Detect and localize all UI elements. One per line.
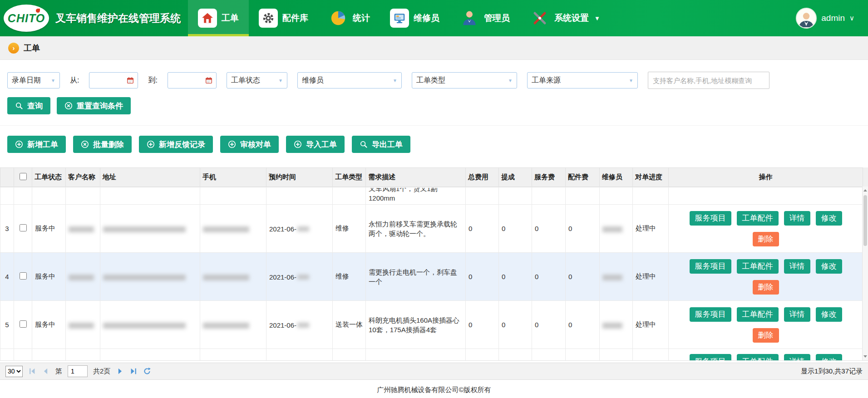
cell-description: 永恒力前移叉车需更换承载轮两个，驱动轮一个。: [369, 219, 463, 238]
cell-parts-fee: 0: [566, 301, 600, 349]
service-items-button[interactable]: 服务项目: [690, 307, 731, 322]
add-order-button[interactable]: 新增工单: [7, 136, 66, 153]
chito-logo: CHITO: [4, 5, 49, 32]
col-header-address: 地址: [100, 168, 200, 187]
refresh-button[interactable]: [143, 367, 151, 375]
row-index: 5: [0, 301, 14, 349]
service-items-button[interactable]: 服务项目: [690, 259, 731, 274]
page: CHITO 叉车销售维护在线管理系统 工单 配件库 统计 维修员 管理员: [0, 0, 868, 398]
order-type-select[interactable]: 工单类型 ▼: [412, 72, 517, 88]
nav-item-settings[interactable]: 系统设置 ▼: [520, 0, 610, 36]
import-orders-button[interactable]: 导入工单: [286, 136, 345, 153]
cell-total-fee: 0: [466, 205, 499, 253]
order-parts-button[interactable]: 工单配件: [737, 259, 779, 274]
row-checkbox[interactable]: [20, 272, 27, 280]
cell-service-fee: 0: [532, 301, 566, 349]
audit-order-button[interactable]: 审核对单: [220, 136, 279, 153]
pagination-bar: 30 第 共2页 显示1到30,共37记录: [0, 363, 868, 380]
col-header-appointment: 预约时间: [266, 168, 333, 187]
select-value: 工单状态: [231, 76, 260, 85]
table-body-viewport: 叉车风扇1个，货叉1副 1200mm 3 服务中 2021-06- 维修 永恒力…: [0, 187, 868, 361]
col-header-parts-fee: 配件费: [566, 168, 600, 187]
next-page-button[interactable]: [116, 367, 124, 375]
filter-actions: 查询 重置查询条件: [0, 97, 868, 114]
scroll-up-button[interactable]: [863, 187, 868, 194]
row-actions: 服务项目 工单配件 详情 修改 删除: [688, 354, 844, 361]
repairman-select[interactable]: 维修员 ▼: [297, 72, 402, 88]
order-status-select[interactable]: 工单状态 ▼: [227, 72, 287, 88]
prev-page-button[interactable]: [42, 367, 50, 375]
redacted-customer-name: [69, 275, 94, 280]
edit-button[interactable]: 修改: [816, 307, 842, 322]
pie-chart-icon: [328, 8, 348, 28]
cell-progress: 处理中: [633, 301, 669, 349]
service-items-button[interactable]: 服务项目: [690, 354, 731, 361]
redacted-phone: [203, 275, 249, 280]
export-orders-button[interactable]: 导出工单: [352, 136, 410, 153]
user-menu[interactable]: admin ∨: [796, 0, 868, 36]
col-header-repairman: 维修员: [600, 168, 633, 187]
nav-label: 统计: [353, 12, 370, 24]
select-all-checkbox[interactable]: [20, 173, 27, 180]
delete-button[interactable]: 删除: [753, 280, 779, 295]
cell-appointment: 2021-06-: [269, 273, 296, 281]
delete-button[interactable]: 删除: [753, 232, 779, 246]
row-checkbox[interactable]: [20, 224, 27, 231]
breadcrumb-arrow-icon: ›: [8, 43, 19, 54]
order-parts-button[interactable]: 工单配件: [737, 211, 779, 226]
col-header-customer: 客户名称: [66, 168, 100, 187]
batch-delete-button[interactable]: 批量删除: [73, 136, 132, 153]
cell-commission: 0: [499, 205, 532, 253]
detail-button[interactable]: 详情: [784, 354, 810, 361]
footer: 广州驰腾机械设备有限公司©版权所有: [0, 380, 868, 398]
reset-filters-button[interactable]: 重置查询条件: [57, 97, 131, 114]
order-parts-button[interactable]: 工单配件: [737, 307, 779, 322]
date-field-select[interactable]: 录单日期 ▼: [7, 72, 60, 88]
cell-parts-fee: 0: [566, 205, 600, 253]
service-items-button[interactable]: 服务项目: [690, 211, 731, 226]
page-label-prefix: 第: [55, 367, 62, 376]
redacted-repairman: [602, 275, 622, 280]
cell-description: 科朗充电机插头160A接插器心10套，175A接插器4套: [369, 315, 463, 334]
nav-item-admin[interactable]: 管理员: [449, 0, 520, 36]
detail-button[interactable]: 详情: [784, 259, 810, 274]
order-parts-button[interactable]: 工单配件: [737, 354, 779, 361]
edit-button[interactable]: 修改: [816, 354, 842, 361]
cell-status: 服务中: [32, 253, 66, 301]
keyword-search-input[interactable]: [648, 72, 769, 89]
last-page-button[interactable]: [129, 367, 138, 375]
order-source-select[interactable]: 工单来源 ▼: [527, 72, 638, 88]
row-checkbox[interactable]: [20, 320, 27, 328]
house-icon: [198, 9, 217, 28]
scrollbar-thumb[interactable]: [863, 195, 867, 246]
chevron-down-icon: ▼: [594, 15, 600, 22]
scroll-down-button[interactable]: [863, 353, 868, 360]
col-header-progress: 对单进度: [633, 168, 669, 187]
select-all-checkbox-cell: [14, 168, 32, 187]
nav-item-parts[interactable]: 配件库: [249, 0, 318, 36]
detail-button[interactable]: 详情: [784, 307, 810, 322]
delete-button[interactable]: 删除: [753, 328, 779, 343]
date-to-input[interactable]: [168, 72, 217, 88]
select-value: 工单类型: [416, 76, 445, 85]
edit-button[interactable]: 修改: [816, 259, 842, 274]
nav-item-workorder[interactable]: 工单: [188, 0, 249, 36]
page-number-input[interactable]: [68, 365, 88, 377]
col-header-total-fee: 总费用: [466, 168, 499, 187]
redacted-customer-name: [69, 323, 94, 329]
page-size-select[interactable]: 30: [5, 366, 23, 377]
add-feedback-button[interactable]: 新增反馈记录: [139, 136, 213, 153]
col-header-description: 需求描述: [366, 168, 466, 187]
edit-button[interactable]: 修改: [816, 211, 842, 226]
col-header-service-fee: 服务费: [532, 168, 566, 187]
nav-item-repairman[interactable]: 维修员: [380, 0, 449, 36]
cell-status: 服务中: [32, 301, 66, 349]
first-page-button[interactable]: [28, 367, 36, 375]
nav-item-stats[interactable]: 统计: [318, 0, 380, 36]
redacted-address: [103, 275, 186, 280]
table-row-partial: 服务项目 工单配件 详情 修改 删除: [0, 349, 863, 361]
detail-button[interactable]: 详情: [784, 211, 810, 226]
cell-description: 需更换行走电机一个，刹车盘一个: [369, 267, 463, 286]
search-button[interactable]: 查询: [7, 97, 50, 114]
date-from-input[interactable]: [89, 72, 138, 88]
